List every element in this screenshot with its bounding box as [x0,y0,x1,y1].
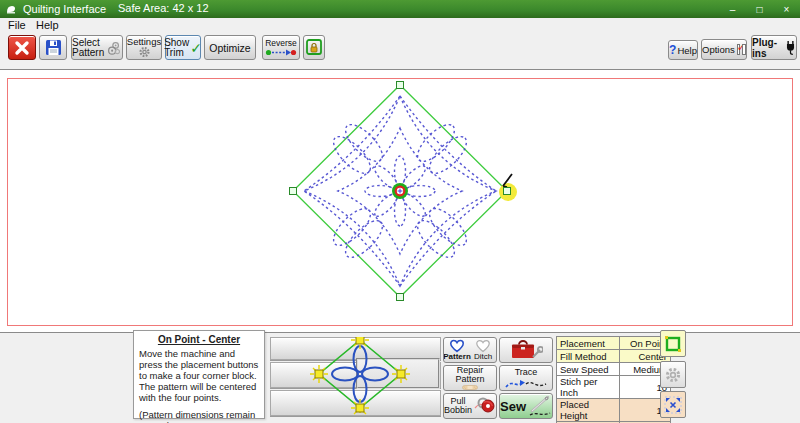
menu-file[interactable]: File [8,19,26,31]
plugins-button[interactable]: Plug-ins [751,35,797,60]
plugins-label: Plug-ins [752,37,783,59]
pull-label-2: Bobbin [444,405,472,415]
reverse-label: Reverse [265,39,297,48]
lock-button[interactable] [303,35,325,60]
options-checkbox-checked[interactable] [737,44,741,55]
handle-top[interactable] [397,82,404,89]
trace-button[interactable]: Trace [499,365,553,391]
bandage-icon [453,385,487,390]
quilting-interface-window: Quilting Interface Safe Area: 42 x 12 – … [0,0,800,423]
select-pattern-label-2: Pattern [72,47,104,58]
center-marker[interactable] [392,183,408,199]
toolbar: SelectPattern Settings ShowTrim ✓ Optimi… [0,33,800,69]
settings-label: Settings [127,37,161,46]
help-button[interactable]: ? Help [668,40,698,60]
table-row-fill-method: Fill Method Center [557,350,671,363]
needle-icon [528,395,552,417]
reverse-button[interactable]: Reverse [262,35,300,60]
instruction-title: On Point - Center [139,334,259,345]
table-row-stitch-per-inch: Stich per Inch 10 [557,376,671,399]
select-pattern-button[interactable]: SelectPattern [71,35,123,60]
close-button[interactable]: × [773,0,800,18]
ditch-mode-button[interactable]: Ditch [470,339,496,361]
quilt-canvas[interactable] [0,69,800,333]
instruction-note-1: (Pattern dimensions remain FIXED) [139,409,259,423]
preview-diagram [270,337,441,420]
pattern-layer [0,70,800,334]
fill-method-label: Fill Method [557,350,620,363]
placement-preview [270,337,441,420]
help-label: Help [677,45,697,56]
table-row-placed-height: Placed Height 10 [557,399,671,422]
safe-area-label: Safe Area: 42 x 12 [118,2,209,14]
sew-label: Sew [500,399,526,414]
settings-button[interactable]: Settings [126,35,162,60]
handle-bottom[interactable] [397,294,404,301]
window-title: Quilting Interface [23,3,106,15]
placement-options-button[interactable] [660,330,686,357]
pattern-label: Pattern [443,353,471,361]
exit-button[interactable] [8,35,36,60]
toolbox-button[interactable] [499,337,553,363]
toolbox-icon [509,339,543,361]
show-trim-label-2: Trim [164,47,184,58]
stitch-per-inch-label: Stich per Inch [557,376,620,399]
handle-right[interactable] [504,188,511,195]
menubar: File Help [0,18,800,33]
gear-icon [138,46,151,58]
heart-pattern-icon [449,339,465,353]
save-button[interactable] [39,35,67,60]
sew-speed-label: Sew Speed [557,363,620,376]
check-icon: ✓ [190,40,202,56]
plug-icon [785,38,796,58]
pattern-spools-icon [106,39,122,57]
maximize-button[interactable]: □ [746,0,773,18]
repair-label-2: Pattern [455,374,484,384]
pattern-mode-button[interactable]: Pattern [444,339,470,361]
preview-flower [332,346,388,402]
optimize-label: Optimize [209,42,250,54]
trace-label: Trace [515,367,538,377]
action-buttons: Pattern Ditch RepairPattern Trace PullBo… [443,337,554,421]
show-trim-toggle[interactable]: ShowTrim ✓ [165,35,201,60]
resize-pattern-button[interactable] [660,391,686,418]
options-button[interactable]: Options [701,39,747,60]
handle-left[interactable] [290,188,297,195]
instruction-body: Move the machine and press the placement… [139,348,259,403]
save-disk-icon [45,39,62,56]
ditch-label: Ditch [474,353,492,361]
repair-pattern-button[interactable]: RepairPattern [443,365,497,391]
close-x-icon [14,40,30,56]
sew-button[interactable]: Sew [499,393,553,419]
lock-icon [306,39,322,57]
titlebar: Quilting Interface Safe Area: 42 x 12 – … [0,0,800,18]
table-row-placement: Placement On Point [557,337,671,350]
placement-square-icon [664,335,682,353]
settings-table: Placement On Point Fill Method Center Se… [556,336,671,423]
table-row-sew-speed: Sew Speed Medium [557,363,671,376]
placed-height-label: Placed Height [557,399,620,422]
bobbin-icon [474,396,496,416]
trace-path-icon [504,378,548,390]
menu-help[interactable]: Help [36,19,59,31]
minimize-button[interactable]: – [719,0,746,18]
resize-arrows-icon [664,396,682,414]
heart-ditch-icon [475,339,491,353]
optimize-button[interactable]: Optimize [204,35,256,60]
instruction-box: On Point - Center Move the machine and p… [133,330,265,419]
sew-settings-button[interactable] [660,361,686,388]
app-icon [5,3,17,15]
pattern-ditch-button: Pattern Ditch [443,337,497,363]
options-label: Options [702,44,735,55]
gear-icon [664,366,682,384]
placement-label: Placement [557,337,620,350]
pull-bobbin-button[interactable]: PullBobbin [443,393,497,419]
reverse-direction-icon [265,48,297,57]
options-checkbox-empty[interactable] [742,44,746,55]
question-icon: ? [669,43,676,57]
